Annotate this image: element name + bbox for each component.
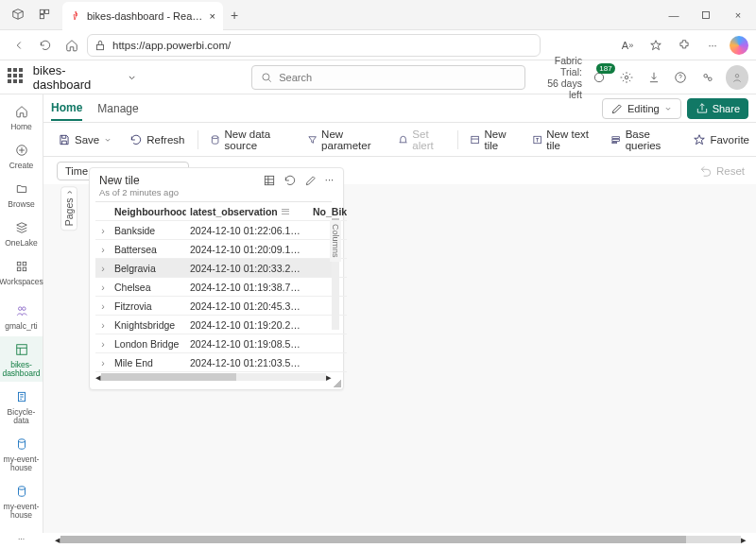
rail-my-event-house-1[interactable]: my-event-house — [0, 431, 43, 476]
tab-manage[interactable]: Manage — [97, 97, 138, 120]
share-icon — [696, 102, 709, 115]
tile-horizontal-scrollbar[interactable]: ◂▸ — [95, 372, 332, 382]
copilot-icon[interactable] — [730, 36, 748, 55]
rail-bikes-dashboard[interactable]: bikes-dashboard — [0, 336, 43, 382]
close-tab-icon[interactable]: × — [210, 10, 215, 22]
table-row[interactable]: ›Chelsea2024-12-10 01:19:38.7430 — [95, 278, 332, 297]
reset-button[interactable]: Reset — [699, 164, 745, 178]
maximize-button[interactable] — [692, 2, 720, 28]
pencil-icon — [610, 102, 624, 115]
table-row[interactable]: ›Mile End2024-12-10 01:21:03.5970 — [95, 353, 332, 372]
rail-more[interactable]: ··· — [0, 525, 43, 548]
rail-workspaces[interactable]: Workspaces — [0, 253, 43, 290]
address-bar-row: https://app.powerbi.com/ A» ··· — [0, 30, 756, 60]
rail-create[interactable]: Create — [0, 137, 43, 174]
download-icon[interactable] — [644, 67, 663, 88]
svg-rect-1 — [45, 9, 49, 13]
search-icon — [260, 71, 273, 84]
workspace-chevron-icon[interactable] — [126, 71, 138, 84]
funnel-icon — [307, 133, 318, 146]
browser-tab[interactable]: bikes-dashboard - Real-Time Inte × — [62, 2, 223, 30]
svg-point-11 — [735, 74, 739, 77]
app-launcher-icon[interactable] — [8, 68, 26, 87]
rail-home[interactable]: Home — [0, 98, 43, 135]
back-button[interactable] — [8, 34, 30, 57]
rail-browse[interactable]: Browse — [0, 176, 43, 213]
workspaces-icon[interactable] — [38, 8, 51, 23]
data-tile[interactable]: New tile As of 2 minutes ago ··· Neighbo… — [89, 167, 344, 390]
new-data-source-button[interactable]: New data source — [203, 127, 297, 153]
tile-more-icon[interactable]: ··· — [325, 174, 334, 189]
table-row[interactable]: ›London Bridge2024-12-10 01:19:08.5990 — [95, 334, 332, 353]
base-queries-button[interactable]: Base queries — [604, 127, 682, 153]
new-tile-button[interactable]: New tile — [463, 127, 522, 153]
profile-icon[interactable] — [11, 8, 25, 23]
rail-gmalc-rti[interactable]: gmalc_rti — [0, 298, 43, 334]
col-neighbourhood[interactable]: Neighbourhood — [111, 202, 186, 221]
trial-info: Fabric Trial: 56 days left — [533, 55, 582, 100]
search-input[interactable]: Search — [251, 65, 525, 90]
rail-bicycle-data[interactable]: Bicycle-data — [0, 384, 43, 429]
refresh-button[interactable]: Refresh — [123, 131, 191, 148]
help-icon[interactable] — [671, 67, 691, 88]
pages-panel-toggle[interactable]: Pages› — [60, 186, 77, 231]
editing-mode-button[interactable]: Editing — [602, 98, 681, 119]
table-row[interactable]: ›Knightsbridge2024-12-10 01:19:20.2560 — [95, 316, 332, 334]
browser-tab-title: bikes-dashboard - Real-Time Inte — [87, 10, 204, 22]
table-row[interactable]: ›Belgravia2024-12-10 01:20:33.2950 — [95, 259, 332, 278]
svg-rect-13 — [472, 136, 478, 143]
feedback-icon[interactable] — [698, 67, 718, 88]
tile-edit-icon[interactable] — [304, 174, 318, 189]
tile-table-icon[interactable] — [263, 174, 276, 189]
save-button[interactable]: Save — [51, 131, 119, 148]
tile-resize-handle[interactable] — [334, 380, 341, 387]
rail-my-event-house-2[interactable]: my-event-house — [0, 478, 43, 523]
new-parameter-button[interactable]: New parameter — [301, 127, 387, 153]
settings-gear-icon[interactable] — [617, 67, 637, 88]
rail-onelake[interactable]: OneLake — [0, 214, 43, 251]
svg-rect-2 — [40, 14, 43, 18]
table-row[interactable]: ›Fitzrovia2024-12-10 01:20:45.3370 — [95, 297, 332, 316]
tab-home[interactable]: Home — [51, 96, 82, 121]
columns-panel-toggle[interactable]: Columns — [330, 220, 341, 262]
new-text-tile-button[interactable]: New text tile — [525, 127, 600, 153]
table-row[interactable]: ›Bankside2024-12-10 01:22:06.1730 — [95, 221, 332, 240]
workspace-name: bikes-dashboard — [33, 63, 119, 92]
favorite-button[interactable]: Favorite — [686, 131, 756, 148]
favorite-star-icon[interactable] — [644, 34, 667, 57]
window-titlebar: bikes-dashboard - Real-Time Inte × + — × — [0, 0, 756, 30]
page-tab-row: Home Manage Editing Share — [0, 94, 756, 123]
more-browser-icon[interactable]: ··· — [701, 34, 724, 57]
svg-rect-20 — [23, 262, 26, 265]
notification-badge: 187 — [596, 63, 614, 74]
tile-title: New tile — [99, 174, 179, 187]
share-button[interactable]: Share — [687, 98, 748, 119]
lock-icon — [94, 39, 107, 52]
new-tab-button[interactable]: + — [223, 4, 246, 26]
col-no-bikes[interactable]: No_Bikes — [309, 202, 347, 221]
minimize-button[interactable]: — — [660, 2, 688, 28]
svg-rect-19 — [17, 262, 21, 265]
tile-refresh-icon[interactable] — [284, 174, 297, 189]
canvas-horizontal-scrollbar[interactable]: ◂▸ — [55, 535, 747, 544]
svg-rect-22 — [23, 267, 26, 271]
svg-point-28 — [18, 487, 25, 490]
data-grid: Neighbourhood latest_observation No_Bike… — [95, 201, 332, 372]
svg-rect-16 — [612, 139, 619, 141]
user-avatar[interactable] — [726, 65, 749, 90]
chevron-down-icon — [103, 135, 112, 145]
close-window-button[interactable]: × — [724, 2, 752, 28]
action-toolbar: Save Refresh New data source New paramet… — [0, 123, 756, 157]
url-input[interactable]: https://app.powerbi.com/ — [87, 34, 541, 57]
set-alert-button: Set alert — [391, 127, 451, 153]
dashboard-canvas: Pages› New tile As of 2 minutes ago ··· — [43, 184, 756, 533]
home-browser-button[interactable] — [60, 34, 83, 57]
refresh-browser-button[interactable] — [34, 34, 57, 57]
table-row[interactable]: ›Battersea2024-12-10 01:20:09.1020 — [95, 240, 332, 259]
read-aloud-icon[interactable]: A» — [616, 34, 639, 57]
col-latest-observation[interactable]: latest_observation — [186, 202, 309, 221]
svg-rect-29 — [265, 176, 273, 184]
extensions-icon[interactable] — [673, 34, 696, 57]
notifications-icon[interactable]: 187 — [590, 67, 610, 88]
tile-subtitle: As of 2 minutes ago — [99, 187, 179, 197]
